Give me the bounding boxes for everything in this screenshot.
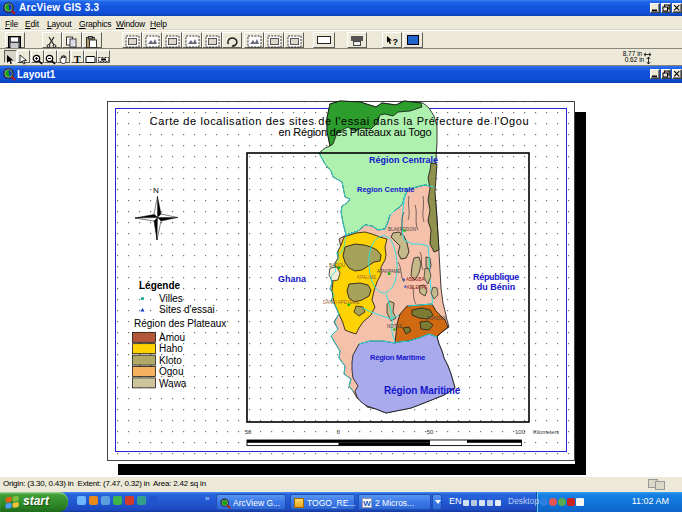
svg-text:Kloto: Kloto xyxy=(159,355,182,366)
svg-text:République: République xyxy=(473,272,519,282)
svg-text:BADOU: BADOU xyxy=(329,263,345,268)
svg-text:Haho: Haho xyxy=(159,343,183,354)
svg-text:Légende: Légende xyxy=(139,280,181,291)
svg-text:T: T xyxy=(74,54,81,65)
svg-text:Region Centrale: Region Centrale xyxy=(357,185,415,194)
svg-text:Région des Plateaux: Région des Plateaux xyxy=(134,318,226,329)
svg-text:du Bénin: du Bénin xyxy=(477,282,516,292)
svg-text:Ghana: Ghana xyxy=(278,274,307,284)
svg-text:Kilometers: Kilometers xyxy=(533,429,559,435)
svg-text:Wawa: Wawa xyxy=(159,378,187,389)
svg-text:Ogou: Ogou xyxy=(159,366,183,377)
svg-text:en Région des Plateaux au Togo: en Région des Plateaux au Togo xyxy=(279,126,432,138)
svg-text:NOTSE: NOTSE xyxy=(387,324,403,329)
svg-text:TOHOUN: TOHOUN xyxy=(427,316,446,321)
svg-text:KELEKPE: KELEKPE xyxy=(407,285,428,290)
svg-text:100: 100 xyxy=(515,429,526,435)
svg-text:ABEGBA: ABEGBA xyxy=(406,277,425,282)
svg-text:Villes: Villes xyxy=(159,293,183,304)
svg-text:Région Centrale: Région Centrale xyxy=(369,155,438,165)
svg-text:50: 50 xyxy=(427,429,434,435)
svg-text:Amou: Amou xyxy=(159,332,185,343)
svg-text:Région Maritime: Région Maritime xyxy=(370,353,425,362)
svg-text:N: N xyxy=(153,186,159,195)
svg-text:50: 50 xyxy=(245,429,252,435)
svg-text:Région Maritime: Région Maritime xyxy=(384,385,461,396)
svg-text:?: ? xyxy=(393,37,399,47)
svg-text:KPALIME: KPALIME xyxy=(357,275,376,280)
svg-text:BLAKPODON: BLAKPODON xyxy=(388,227,416,232)
svg-text:DANYI APEYEME: DANYI APEYEME xyxy=(323,300,360,305)
svg-text:Sites d'essai: Sites d'essai xyxy=(159,304,215,315)
